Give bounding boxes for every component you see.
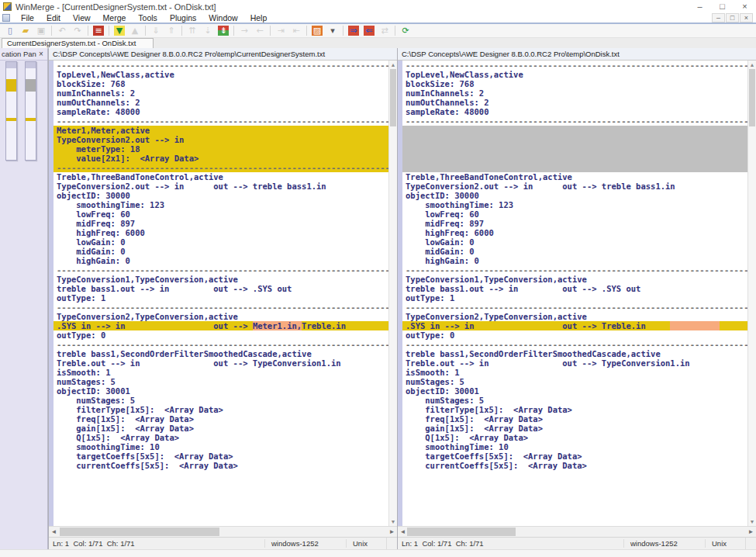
code-line[interactable]: gain[1x5]: <Array Data> [54, 424, 397, 433]
right-hscroll-thumb[interactable] [407, 528, 516, 536]
previous-conflict-button[interactable]: ⇑ [164, 24, 179, 37]
left-file-map[interactable] [5, 61, 17, 161]
code-line[interactable]: blockSize: 768 [54, 79, 397, 88]
menu-view[interactable]: View [67, 13, 97, 22]
separator-line[interactable]: ----------------------------------------… [402, 116, 756, 126]
left-vertical-scrollbar[interactable]: ▲ ▼ [388, 61, 397, 526]
location-pane-close-icon[interactable]: × [36, 50, 46, 58]
missing-line-block[interactable] [402, 163, 756, 172]
code-line[interactable]: numInChannels: 2 [54, 88, 397, 98]
code-line[interactable]: treble_bass1.out --> in out --> .SYS_out [402, 284, 756, 293]
code-line[interactable]: TypeConversion2.out --> in out --> trebl… [54, 182, 397, 191]
first-difference-button[interactable]: ⇈ [185, 24, 200, 37]
left-vscroll-thumb[interactable] [390, 69, 396, 126]
copy-right-advance-button[interactable]: ⇥ [273, 24, 288, 37]
left-hscroll-thumb[interactable] [60, 528, 219, 536]
code-line[interactable]: highGain: 0 [54, 256, 397, 265]
code-line[interactable]: Treble.out --> in out --> TypeConversion… [402, 358, 756, 368]
code-line[interactable]: objectID: 30000 [54, 191, 397, 200]
separator-line[interactable]: ----------------------------------------… [402, 303, 756, 312]
maximize-button[interactable]: □ [711, 0, 734, 13]
code-line[interactable]: Treble,ThreeBandToneControl,active [402, 172, 756, 182]
code-line[interactable]: currentCoeffs[5x5]: <Array Data> [402, 461, 756, 470]
left-pane-content[interactable]: ----------------------------------------… [49, 61, 397, 526]
code-line[interactable]: isSmooth: 1 [54, 368, 397, 377]
missing-line-block[interactable] [402, 135, 756, 144]
separator-line[interactable]: ----------------------------------------… [54, 163, 397, 172]
copy-all-left-button[interactable]: ⇐ [361, 24, 377, 37]
code-line[interactable]: currentCoeffs[5x5]: <Array Data> [54, 461, 397, 470]
right-vertical-scrollbar[interactable]: ▲ ▼ [747, 61, 756, 526]
code-line[interactable]: midGain: 0 [54, 247, 397, 256]
code-line[interactable]: numStages: 5 [54, 377, 397, 386]
menu-edit[interactable]: Edit [40, 13, 67, 22]
undo-button[interactable]: ↶ [54, 24, 70, 37]
code-line[interactable]: gain[1x5]: <Array Data> [402, 424, 756, 433]
code-line[interactable]: smoothingTime: 10 [402, 442, 756, 451]
next-difference-button[interactable]: ▼ [112, 24, 127, 37]
code-line[interactable]: objectID: 30001 [402, 386, 756, 396]
code-line[interactable]: meterType: 18 [54, 144, 397, 154]
code-line[interactable]: numStages: 5 [402, 377, 756, 386]
minimize-button[interactable]: – [689, 0, 711, 13]
save-button[interactable]: ▣ [33, 24, 49, 37]
code-line[interactable]: .SYS_in --> in out --> Treble.in [402, 321, 756, 330]
code-line[interactable]: TypeConversion2,TypeConversion,active [54, 312, 397, 321]
code-line[interactable]: freq[1x5]: <Array Data> [402, 414, 756, 424]
code-line[interactable]: numInChannels: 2 [402, 88, 756, 98]
right-file-map[interactable] [25, 61, 36, 161]
code-line[interactable]: outType: 0 [402, 330, 756, 340]
current-difference-button[interactable]: ⇣ [200, 24, 216, 37]
code-line[interactable]: targetCoeffs[5x5]: <Array Data> [402, 451, 756, 461]
document-icon[interactable] [2, 14, 10, 22]
code-line[interactable]: outType: 1 [54, 293, 397, 303]
code-line[interactable]: TypeConversion2.out --> in [54, 135, 397, 144]
code-line[interactable]: value[2x1]: <Array Data> [54, 154, 397, 163]
copy-right-button[interactable]: → [236, 24, 252, 37]
mdi-restore-button[interactable]: □ [726, 13, 739, 22]
options-button[interactable]: ≡ [91, 24, 106, 37]
scroll-left-icon[interactable]: ◄ [49, 527, 59, 537]
last-difference-button[interactable]: ⇟ [216, 24, 231, 37]
code-line[interactable]: .SYS_in --> in out --> Meter1.in,Treble.… [54, 321, 397, 330]
redo-button[interactable]: ↷ [70, 24, 85, 37]
refresh-button[interactable]: ⟳ [398, 24, 413, 37]
code-line[interactable]: outType: 0 [54, 330, 397, 340]
code-line[interactable]: midFreq: 897 [402, 219, 756, 228]
code-line[interactable]: numOutChannels: 2 [402, 98, 756, 107]
code-line[interactable]: Q[1x5]: <Array Data> [54, 433, 397, 442]
code-line[interactable]: objectID: 30000 [402, 191, 756, 200]
copy-all-right-button[interactable]: ⇒ [346, 24, 361, 37]
code-line[interactable]: objectID: 30001 [54, 386, 397, 396]
left-horizontal-scrollbar[interactable]: ◄ ► [49, 526, 397, 537]
code-line[interactable]: highFreq: 6000 [402, 228, 756, 237]
copy-left-button[interactable]: ← [252, 24, 268, 37]
mdi-minimize-button[interactable]: – [712, 13, 725, 22]
menu-file[interactable]: File [15, 13, 40, 22]
scroll-up-icon[interactable]: ▲ [748, 61, 756, 69]
right-vscroll-thumb[interactable] [749, 69, 755, 126]
code-line[interactable]: smoothingTime: 123 [402, 200, 756, 209]
code-line[interactable]: midFreq: 897 [54, 219, 397, 228]
code-line[interactable]: TypeConversion2.out --> in out --> trebl… [402, 182, 756, 191]
right-pane-content[interactable]: ----------------------------------------… [398, 61, 756, 526]
code-line[interactable]: midGain: 0 [402, 247, 756, 256]
code-line[interactable]: TypeConversion1,TypeConversion,active [402, 275, 756, 284]
code-line[interactable]: highGain: 0 [402, 256, 756, 265]
separator-line[interactable]: ----------------------------------------… [402, 265, 756, 275]
separator-line[interactable]: ----------------------------------------… [54, 116, 397, 126]
merge-mode-button[interactable]: ⇄ [377, 24, 392, 37]
left-pane-header[interactable]: C:\DSP Concepts\AWE Designer 8.B.0.0.RC2… [49, 48, 397, 61]
new-file-button[interactable]: ▯ [2, 24, 18, 37]
separator-line[interactable]: ----------------------------------------… [54, 303, 397, 312]
code-line[interactable]: numStages: 5 [402, 396, 756, 405]
separator-line[interactable]: ----------------------------------------… [54, 340, 397, 349]
code-line[interactable]: lowFreq: 60 [54, 209, 397, 219]
code-line[interactable]: smoothingTime: 10 [54, 442, 397, 451]
scroll-up-icon[interactable]: ▲ [389, 61, 397, 69]
code-line[interactable]: freq[1x5]: <Array Data> [54, 414, 397, 424]
separator-line[interactable]: ----------------------------------------… [54, 265, 397, 275]
menu-tools[interactable]: Tools [132, 13, 164, 22]
code-line[interactable]: Q[1x5]: <Array Data> [402, 433, 756, 442]
close-button[interactable]: × [734, 0, 756, 13]
